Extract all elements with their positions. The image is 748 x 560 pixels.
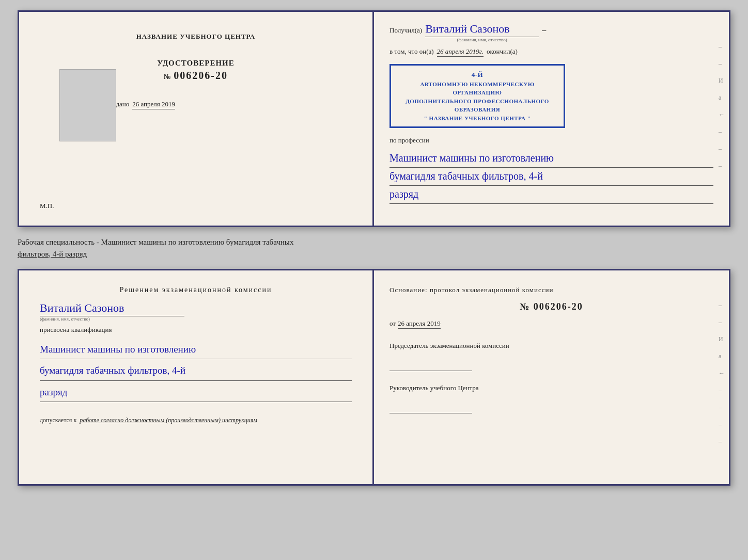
predsedatel-signature-line <box>389 361 472 371</box>
dopuskaetsya-block: допускается к работе согласно должностны… <box>40 417 352 424</box>
stamp-line1: 4-й <box>397 70 557 80</box>
stamp-line2: АВТОНОМНУЮ НЕКОММЕРЧЕСКУЮ ОРГАНИЗАЦИЮ <box>397 80 557 97</box>
training-center-label-top: НАЗВАНИЕ УЧЕБНОГО ЦЕНТРА <box>136 33 256 41</box>
cert-top-left-panel: НАЗВАНИЕ УЧЕБНОГО ЦЕНТРА УДОСТОВЕРЕНИЕ №… <box>19 12 374 226</box>
poluchil-line: Получил(а) Виталий Сазонов (фамилия, имя… <box>389 22 713 42</box>
deco-right-lines-top: – – И а ← – – – <box>719 43 725 170</box>
fio-sub-top: (фамилия, имя, отчество) <box>457 37 507 42</box>
deco-dash-b1: – <box>719 301 725 309</box>
predsedatel-label: Председатель экзаменационной комиссии <box>389 341 713 350</box>
stamp-line3: ДОПОЛНИТЕЛЬНОГО ПРОФЕССИОНАЛЬНОГО ОБРАЗО… <box>397 97 557 114</box>
deco-dash-b2: – <box>719 318 725 326</box>
profession-bottom: Машинист машины по изготовлению бумагидл… <box>40 338 352 402</box>
specialty-text-block: Рабочая специальность - Машинист машины … <box>18 236 730 260</box>
deco-dash-5: – <box>719 162 725 170</box>
specialty-underlined: фильтров, 4-й разряд <box>18 250 87 258</box>
certificate-top: НАЗВАНИЕ УЧЕБНОГО ЦЕНТРА УДОСТОВЕРЕНИЕ №… <box>18 10 730 227</box>
fio-sub-bottom: (фамилия, имя, отчество) <box>40 316 90 322</box>
poluchil-label: Получил(а) <box>389 26 422 35</box>
deco-char-bi: И <box>719 335 725 343</box>
ot-label: от <box>389 319 396 328</box>
dopuskaetsya-label: допускается к <box>40 417 76 424</box>
profession-line3-top: разряд <box>389 186 713 204</box>
profession-line3-bottom: разряд <box>40 384 352 402</box>
profession-line1-bottom: Машинист машины по изготовлению <box>40 341 352 359</box>
deco-dash-2: – <box>719 60 725 68</box>
number-prefix-bottom: № <box>520 301 530 312</box>
cert-stamp: 4-й АВТОНОМНУЮ НЕКОММЕРЧЕСКУЮ ОРГАНИЗАЦИ… <box>389 64 565 128</box>
ot-line: от 26 апреля 2019 <box>389 319 713 329</box>
deco-dash-b3: – <box>719 387 725 394</box>
profession-line2-bottom: бумагидля табачных фильтров, 4-й <box>40 362 352 380</box>
dopuskaetsya-value: работе согласно должностным (производств… <box>80 417 257 424</box>
recipient-name-top: Виталий Сазонов <box>425 22 539 37</box>
ot-date: 26 апреля 2019 <box>398 319 441 329</box>
specialty-main: Рабочая специальность - Машинист машины … <box>18 238 293 246</box>
deco-right-lines-bottom: – – И а ← – – – – <box>719 301 725 445</box>
prisvoena-label: присвоена квалификация <box>40 326 352 334</box>
deco-dash-b6: – <box>719 438 725 445</box>
certificate-bottom: Решением экзаменационной комиссии Витали… <box>18 269 730 486</box>
photo-placeholder <box>59 69 116 141</box>
number-value-bottom: 006206-20 <box>534 301 583 312</box>
resheniem-label: Решением экзаменационной комиссии <box>40 286 352 294</box>
deco-dash-b4: – <box>719 404 725 411</box>
udostoverenie-title: УДОСТОВЕРЕНИЕ <box>157 59 235 68</box>
profession-top: Машинист машины по изготовлению бумагидл… <box>389 150 713 204</box>
osnovanie-label: Основание: протокол экзаменационной коми… <box>389 286 713 294</box>
vtom-date: 26 апреля 2019г. <box>437 47 484 57</box>
profession-line2-top: бумагидля табачных фильтров, 4-й <box>389 168 713 186</box>
vtom-block: в том, что он(а) 26 апреля 2019г. окончи… <box>389 47 713 57</box>
rukovoditel-block: Руководитель учебного Центра <box>389 383 713 413</box>
number-prefix: № <box>164 73 170 81</box>
mp-label: М.П. <box>40 202 54 210</box>
recipient-name-bottom: Виталий Сазонов <box>40 301 184 316</box>
vydano-date: 26 апреля 2019 <box>132 100 175 109</box>
profession-line1-top: Машинист машины по изготовлению <box>389 150 713 168</box>
stamp-line4: " НАЗВАНИЕ УЧЕБНОГО ЦЕНТРА " <box>397 114 557 123</box>
deco-dash-3: – <box>719 128 725 136</box>
po-professii-label: по профессии <box>389 136 713 145</box>
okonchil-label: окончил(а) <box>487 47 518 56</box>
deco-char-arrow: ← <box>719 111 725 119</box>
rukovoditel-label: Руководитель учебного Центра <box>389 383 713 393</box>
vtom-label: в том, что он(а) <box>389 47 434 56</box>
deco-dash-b5: – <box>719 421 725 428</box>
cert-top-right-panel: Получил(а) Виталий Сазонов (фамилия, имя… <box>374 12 729 226</box>
rukovoditel-signature-line <box>389 403 472 413</box>
deco-char-barrow: ← <box>719 370 725 377</box>
cert-number-bottom: № 006206-20 <box>389 301 713 312</box>
udostoverenie-block: УДОСТОВЕРЕНИЕ № 006206-20 <box>157 59 235 82</box>
deco-char-ba: а <box>719 353 725 360</box>
deco-dash-4: – <box>719 145 725 153</box>
deco-dash-1: – <box>719 43 725 51</box>
cert-bottom-left-panel: Решением экзаменационной комиссии Витали… <box>19 270 374 484</box>
cert-number-top: 006206-20 <box>174 70 228 82</box>
cert-bottom-right-panel: Основание: протокол экзаменационной коми… <box>374 270 729 484</box>
predsedatel-block: Председатель экзаменационной комиссии <box>389 341 713 371</box>
deco-char-a: а <box>719 94 725 102</box>
deco-char-i: И <box>719 77 725 85</box>
name-block-bottom: Виталий Сазонов (фамилия, имя, отчество) <box>40 301 352 322</box>
